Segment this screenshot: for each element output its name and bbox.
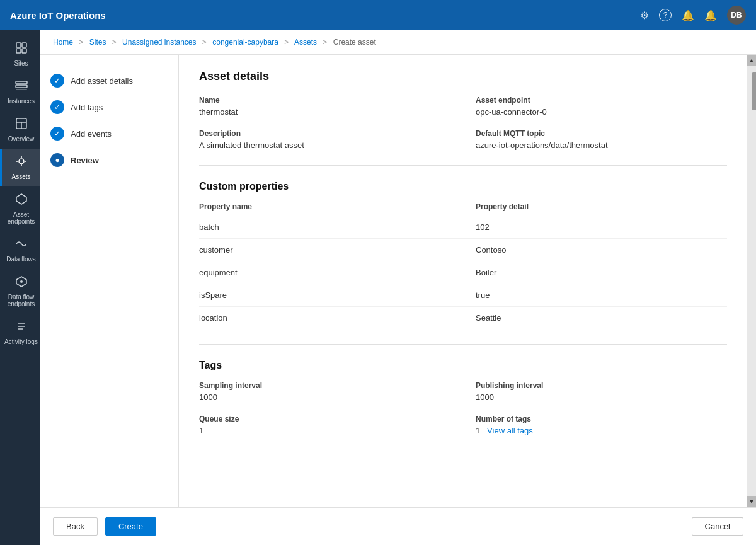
prop-value-location: Seattle	[476, 313, 727, 323]
field-description-label: Description	[199, 129, 450, 138]
help-icon[interactable]: ?	[659, 9, 672, 21]
sidebar-label-data-flows: Data flows	[6, 256, 36, 263]
sidebar-label-assets: Assets	[11, 173, 30, 180]
prop-row-customer: customer Contoso	[199, 239, 727, 261]
sampling-interval-value: 1000	[199, 393, 450, 402]
step-circle-1: ✓	[50, 74, 64, 88]
create-button[interactable]: Create	[105, 517, 156, 536]
step-add-asset-details[interactable]: ✓ Add asset details	[50, 67, 168, 94]
sidebar-item-data-flows[interactable]: Data flows	[0, 231, 40, 269]
prop-name-customer: customer	[199, 245, 450, 255]
custom-props-list: batch 102 customer Contoso equipment Boi…	[199, 216, 727, 329]
user-avatar[interactable]: DB	[727, 6, 746, 25]
step-label-review: Review	[71, 156, 99, 165]
page-layout: ✓ Add asset details ✓ Add tags ✓ Add eve…	[40, 55, 756, 507]
svg-rect-2	[16, 49, 21, 53]
sidebar-item-sites[interactable]: Sites	[0, 35, 40, 73]
divider-1	[199, 165, 727, 166]
breadcrumb-sites[interactable]: Sites	[89, 38, 106, 47]
field-endpoint: Asset endpoint opc-ua-connector-0	[476, 96, 727, 117]
sidebar-label-data-flow-endpoints: Data flow endpoints	[4, 294, 38, 307]
field-mqtt-value: azure-iot-operations/data/thermostat	[476, 141, 727, 150]
num-tags-label: Number of tags	[476, 415, 727, 423]
main-layout: Sites Instances Overview Assets Asset en…	[0, 30, 756, 545]
publishing-interval-label: Publishing interval	[476, 381, 727, 390]
field-endpoint-label: Asset endpoint	[476, 96, 727, 105]
breadcrumb-home[interactable]: Home	[53, 38, 73, 47]
svg-rect-0	[16, 43, 21, 47]
breadcrumb-congenial-capybara[interactable]: congenial-capybara	[212, 38, 278, 47]
svg-point-10	[19, 159, 24, 164]
field-endpoint-value: opc-ua-connector-0	[476, 107, 727, 117]
instances-icon	[15, 79, 28, 95]
prop-row-isspare: isSpare true	[199, 284, 727, 307]
field-description-value: A simulated thermostat asset	[199, 141, 450, 150]
sidebar-label-sites: Sites	[14, 60, 28, 67]
svg-rect-4	[16, 81, 27, 84]
settings-icon[interactable]: ⚙	[640, 9, 649, 21]
field-mqtt: Default MQTT topic azure-iot-operations/…	[476, 129, 727, 150]
step-add-tags[interactable]: ✓ Add tags	[50, 94, 168, 120]
prop-row-equipment: equipment Boiler	[199, 261, 727, 284]
prop-value-isspare: true	[476, 290, 727, 300]
sidebar-item-asset-endpoints[interactable]: Asset endpoints	[0, 186, 40, 231]
field-name-value: thermostat	[199, 107, 450, 117]
breadcrumb: Home > Sites > Unassigned instances > co…	[40, 30, 756, 55]
sites-icon	[15, 42, 28, 57]
svg-rect-3	[22, 49, 26, 53]
overview-icon	[15, 117, 28, 133]
prop-headers: Property name Property detail	[199, 202, 727, 211]
num-tags-number: 1	[476, 426, 480, 435]
sidebar-label-instances: Instances	[8, 98, 35, 105]
data-flows-icon	[15, 238, 28, 253]
prop-name-batch: batch	[199, 222, 450, 232]
prop-name-location: location	[199, 313, 450, 323]
scroll-down-button[interactable]: ▼	[747, 496, 756, 507]
content-area: Home > Sites > Unassigned instances > co…	[40, 30, 756, 545]
prop-row-batch: batch 102	[199, 216, 727, 239]
alert-bell-icon[interactable]: 🔔	[682, 9, 694, 21]
sidebar-label-activity-logs: Activity logs	[4, 338, 38, 345]
prop-name-equipment: equipment	[199, 268, 450, 277]
step-circle-4: ●	[50, 153, 64, 167]
assets-icon	[15, 155, 28, 171]
step-add-events[interactable]: ✓ Add events	[50, 120, 168, 147]
step-circle-2: ✓	[50, 100, 64, 114]
prop-row-location: location Seattle	[199, 307, 727, 329]
scrollbar-thumb[interactable]	[752, 72, 756, 110]
prop-name-isspare: isSpare	[199, 290, 450, 300]
data-flow-endpoints-icon	[15, 275, 28, 291]
custom-props-title: Custom properties	[199, 181, 727, 192]
field-name-label: Name	[199, 96, 450, 105]
breadcrumb-unassigned-instances[interactable]: Unassigned instances	[122, 38, 196, 47]
sidebar-item-instances[interactable]: Instances	[0, 73, 40, 111]
cancel-button[interactable]: Cancel	[692, 517, 743, 536]
svg-rect-6	[16, 89, 27, 90]
notification-bell-icon[interactable]: 🔔	[704, 9, 717, 21]
app-title: Azure IoT Operations	[10, 10, 640, 21]
step-circle-3: ✓	[50, 127, 64, 141]
breadcrumb-current: Create asset	[333, 38, 376, 47]
top-navigation: Azure IoT Operations ⚙ ? 🔔 🔔 DB	[0, 0, 756, 30]
footer: Back Create Cancel	[40, 507, 756, 545]
step-review[interactable]: ● Review	[50, 147, 168, 173]
field-sampling-interval: Sampling interval 1000	[199, 381, 450, 402]
view-all-tags-link[interactable]: View all tags	[487, 426, 533, 435]
steps-panel: ✓ Add asset details ✓ Add tags ✓ Add eve…	[40, 55, 179, 507]
svg-marker-11	[16, 194, 26, 204]
tags-section: Tags Sampling interval 1000 Publishing i…	[199, 360, 727, 435]
activity-logs-icon	[15, 320, 28, 336]
step-label-add-tags: Add tags	[71, 103, 103, 112]
svg-point-13	[20, 280, 23, 283]
breadcrumb-assets[interactable]: Assets	[294, 38, 317, 47]
sidebar-item-overview[interactable]: Overview	[0, 111, 40, 149]
svg-rect-5	[16, 85, 27, 88]
back-button[interactable]: Back	[53, 517, 98, 536]
prop-value-customer: Contoso	[476, 245, 727, 255]
field-publishing-interval: Publishing interval 1000	[476, 381, 727, 402]
field-description: Description A simulated thermostat asset	[199, 129, 450, 150]
scroll-up-button[interactable]: ▲	[747, 55, 756, 66]
sidebar-item-assets[interactable]: Assets	[0, 149, 40, 186]
sidebar-item-activity-logs[interactable]: Activity logs	[0, 314, 40, 352]
sidebar-item-data-flow-endpoints[interactable]: Data flow endpoints	[0, 269, 40, 314]
